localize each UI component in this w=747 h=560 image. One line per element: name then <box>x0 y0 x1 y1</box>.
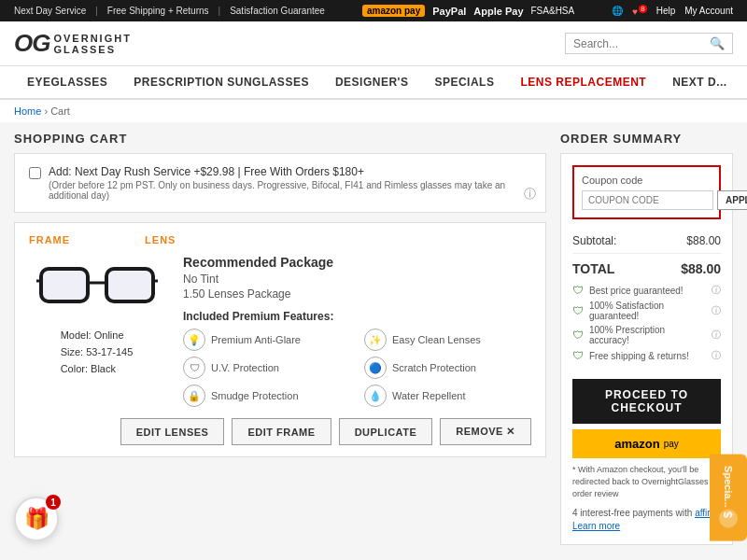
size-info: Size: 53-17-145 <box>61 344 134 361</box>
feature-scratch: 🔵 Scratch Protection <box>364 357 531 379</box>
coupon-section: Coupon code APPLY <box>572 165 721 219</box>
coupon-label: Coupon code <box>582 175 712 186</box>
logo[interactable]: OG OVERNIGHT GLASSES <box>14 29 132 58</box>
coupon-input-row: APPLY <box>582 190 712 210</box>
breadcrumb-cart: Cart <box>50 105 70 117</box>
checkout-button[interactable]: PROCEED TO CHECKOUT <box>572 379 721 424</box>
remove-button[interactable]: REMOVE ✕ <box>440 418 531 445</box>
amazon-pay-button[interactable]: amazon pay <box>572 429 721 458</box>
breadcrumb-home[interactable]: Home <box>14 105 41 117</box>
top-bar-services: Next Day Service | Free Shipping + Retur… <box>14 6 325 16</box>
service-2: Free Shipping + Returns <box>107 6 209 16</box>
guarantee-text-3: 100% Prescription accuracy! <box>589 325 706 345</box>
product-details: Recommended Package No Tint 1.50 Lenses … <box>183 255 531 407</box>
model-info: Model: Online <box>61 328 134 344</box>
product-card-header: FRAME LENS <box>29 234 531 245</box>
product-image-section: Model: Online Size: 53-17-145 Color: Bla… <box>29 255 164 407</box>
lens-package: 1.50 Lenses Package <box>183 287 531 301</box>
subtotal-row: Subtotal: $88.00 <box>572 229 721 254</box>
gift-badge: 1 <box>46 495 61 510</box>
main-content: SHOPPING CART Add: Next Day Rush Service… <box>0 122 747 554</box>
nav-next-day[interactable]: NEXT D... <box>659 66 740 98</box>
smudge-icon: 🔒 <box>183 385 205 407</box>
product-card: FRAME LENS <box>14 222 546 457</box>
water-icon: 💧 <box>364 385 387 407</box>
scratch-icon: 🔵 <box>364 357 387 379</box>
product-body: Model: Online Size: 53-17-145 Color: Bla… <box>29 255 531 407</box>
nav-lens-replacement[interactable]: LENS REPLACEMENT <box>507 66 659 98</box>
affirm-text: 4 interest-free payments with affirm. Le… <box>572 507 721 533</box>
paypal-logo: PayPal <box>432 6 466 17</box>
subtotal-label: Subtotal: <box>572 234 616 247</box>
feature-smudge: 🔒 Smudge Protection <box>183 385 350 407</box>
amazon-pay-logo: amazon pay <box>362 5 425 17</box>
sep-1: | <box>95 6 98 16</box>
guarantee-info-3[interactable]: ⓘ <box>712 329 721 342</box>
order-summary-box: Coupon code APPLY Subtotal: $88.00 TOTAL… <box>560 153 733 545</box>
search-bar[interactable]: 🔍 <box>565 33 733 54</box>
scratch-label: Scratch Protection <box>392 362 476 373</box>
total-row: TOTAL $88.00 <box>572 254 721 282</box>
gift-widget[interactable]: 🎁 1 <box>14 497 59 541</box>
total-label: TOTAL <box>572 261 614 276</box>
cart-section: SHOPPING CART Add: Next Day Rush Service… <box>14 132 546 545</box>
rush-service-box: Add: Next Day Rush Service +$29.98 | Fre… <box>14 153 546 213</box>
subtotal-value: $88.00 <box>686 234 721 247</box>
uv-label: U.V. Protection <box>211 362 279 373</box>
features-grid: 💡 Premium Anti-Glare ✨ Easy Clean Lenses… <box>183 329 531 407</box>
guarantee-info-4[interactable]: ⓘ <box>712 349 721 362</box>
guarantee-info-1[interactable]: ⓘ <box>712 284 721 297</box>
guarantee-4: 🛡 Free shipping & returns! ⓘ <box>572 347 721 364</box>
search-icon[interactable]: 🔍 <box>710 36 725 50</box>
service-1: Next Day Service <box>14 6 86 16</box>
coupon-input[interactable] <box>582 190 713 210</box>
logo-initials: OG <box>14 29 49 58</box>
rush-service-text: Add: Next Day Rush Service +$29.98 | Fre… <box>49 165 531 201</box>
nav-bar: EYEGLASSES PRESCRIPTION SUNGLASSES DESIG… <box>0 66 747 100</box>
feature-water: 💧 Water Repellent <box>364 385 531 407</box>
order-summary: ORDER SUMMARY Coupon code APPLY Subtotal… <box>560 132 733 545</box>
special-widget[interactable]: $ Specia... <box>710 455 747 541</box>
affirm-learn-more[interactable]: Learn more <box>572 521 620 531</box>
cart-title: SHOPPING CART <box>14 132 546 146</box>
edit-frame-button[interactable]: EDIT FRAME <box>232 418 331 445</box>
easy-clean-icon: ✨ <box>364 329 387 351</box>
guarantee-shield-1: 🛡 <box>572 284 584 297</box>
rush-info-icon[interactable]: ⓘ <box>524 186 536 203</box>
svg-text:$: $ <box>722 511 735 518</box>
nav-designers[interactable]: DESIGNER'S <box>322 66 422 98</box>
cart-buttons: EDIT LENSES EDIT FRAME DUPLICATE REMOVE … <box>29 418 531 445</box>
coupon-apply-button[interactable]: APPLY <box>717 190 747 210</box>
search-input[interactable] <box>573 37 706 50</box>
duplicate-button[interactable]: DUPLICATE <box>339 418 433 445</box>
included-title: Included Premium Features: <box>183 310 531 323</box>
guarantee-shield-2: 🛡 <box>572 304 584 317</box>
package-name: Recommended Package <box>183 255 531 270</box>
lens-header: LENS <box>145 234 176 245</box>
svg-rect-6 <box>108 271 151 300</box>
breadcrumb: Home › Cart <box>0 100 747 122</box>
help-link[interactable]: Help <box>656 6 676 16</box>
special-label: $ <box>717 508 740 530</box>
anti-glare-label: Premium Anti-Glare <box>211 334 301 345</box>
gift-icon: 🎁 <box>24 507 49 531</box>
logo-line2: GLASSES <box>53 44 131 55</box>
nav-prescription-sunglasses[interactable]: PRESCRIPTION SUNGLASSES <box>120 66 322 98</box>
guarantee-3: 🛡 100% Prescription accuracy! ⓘ <box>572 323 721 347</box>
special-text: Specia... <box>723 466 734 508</box>
guarantee-items: 🛡 Best price guaranteed! ⓘ 🛡 100% Satisf… <box>572 282 721 364</box>
nav-eyeglasses[interactable]: EYEGLASSES <box>14 66 120 98</box>
total-value: $88.00 <box>681 261 721 276</box>
rush-service-checkbox[interactable] <box>29 167 41 179</box>
feature-uv: 🛡 U.V. Protection <box>183 357 350 379</box>
myaccount-link[interactable]: My Account <box>684 6 733 16</box>
guarantee-shield-4: 🛡 <box>572 349 584 362</box>
service-3: Satisfaction Guarantee <box>230 6 325 16</box>
header: OG OVERNIGHT GLASSES 🔍 <box>0 21 747 66</box>
water-label: Water Repellent <box>392 390 465 401</box>
amazon-pay-btn-sub: pay <box>664 439 679 449</box>
special-icon: $ <box>717 508 740 530</box>
nav-specials[interactable]: SPECIALS <box>421 66 507 98</box>
guarantee-info-2[interactable]: ⓘ <box>712 304 721 317</box>
edit-lenses-button[interactable]: EDIT LENSES <box>120 418 225 445</box>
